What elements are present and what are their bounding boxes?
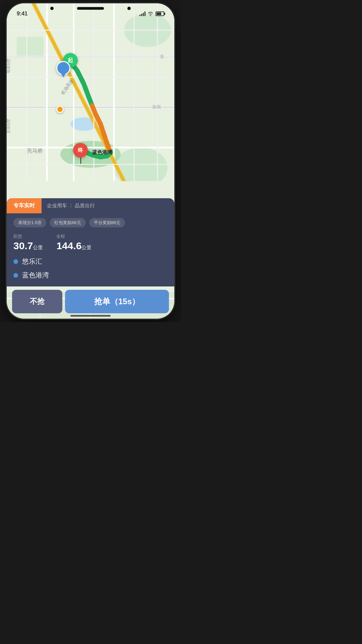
top-notch-pill [77,7,104,10]
tab-express[interactable]: 专车实时 [7,198,42,213]
location-name-1: 悠乐汇 [22,257,42,266]
route-waypoint [56,106,64,113]
map-area[interactable]: 机场高速 亮马桥 东坝 东 龙湖别墅 顺通别墅 起 终 蓝色港湾 [7,3,174,181]
map-left-label2: 顺通别墅 [7,58,11,73]
action-buttons: 不抢 抢单（15s） [7,286,174,319]
grab-button[interactable]: 抢单（15s） [65,290,169,313]
home-indicator[interactable] [70,315,111,317]
location-item-1: 悠乐汇 [13,257,168,266]
location-dot [56,61,70,75]
badges-row: 表现分1.5倍 红包奖励88元 平台奖励88元 [7,213,174,231]
status-bar: 9:41 [7,3,174,20]
location-name-2: 蓝色港湾 [22,271,49,280]
total-value: 144.6公里 [56,240,92,252]
area-label-liamaqiao: 亮马桥 [27,148,43,155]
panel-tabs[interactable]: 专车实时 企业用车 ｜ 品质出行 [7,198,174,213]
phone-shell: 9:41 [7,3,174,319]
battery-icon [156,11,164,16]
location-item-2: 蓝色港湾 [13,271,168,280]
area-label-east: 东 [160,54,164,60]
tab-enterprise[interactable]: 企业用车 ｜ 品质出行 [42,198,100,213]
locations-list: 悠乐汇 蓝色港湾 [7,257,174,283]
end-marker: 终 [73,143,88,158]
stats-row: 距您 30.7公里 全程 144.6公里 [7,231,174,257]
phone-screen: 9:41 [7,3,174,319]
stat-total-distance: 全程 144.6公里 [56,233,92,252]
end-marker-stem [80,158,81,164]
distance-value: 30.7公里 [13,240,43,252]
area-label-dongba: 东坝 [152,104,161,110]
badge-hongbao: 红包奖励88元 [50,218,85,227]
camera-dot-left [50,7,54,10]
distance-label: 距您 [13,233,43,239]
location-dot-1 [13,259,18,264]
signal-icon [139,11,145,16]
badge-platform: 平台奖励88元 [89,218,125,227]
wifi-icon [147,11,154,16]
map-left-label: 龙湖别墅 [7,119,11,133]
camera-dot-right [127,7,131,10]
status-icons [139,11,164,16]
stat-distance-from: 距您 30.7公里 [13,233,43,252]
status-time: 9:41 [17,11,27,17]
bottom-panel: 专车实时 企业用车 ｜ 品质出行 表现分1.5倍 红包奖励88元 平台奖励88元… [7,198,174,286]
location-pin [56,61,70,75]
svg-rect-3 [17,37,44,57]
pass-button[interactable]: 不抢 [12,290,62,313]
total-label: 全程 [56,233,92,239]
badge-performance: 表现分1.5倍 [13,218,46,227]
end-circle: 终 [73,143,88,158]
location-dot-2 [13,273,18,278]
destination-label: 蓝色港湾 [92,149,112,156]
